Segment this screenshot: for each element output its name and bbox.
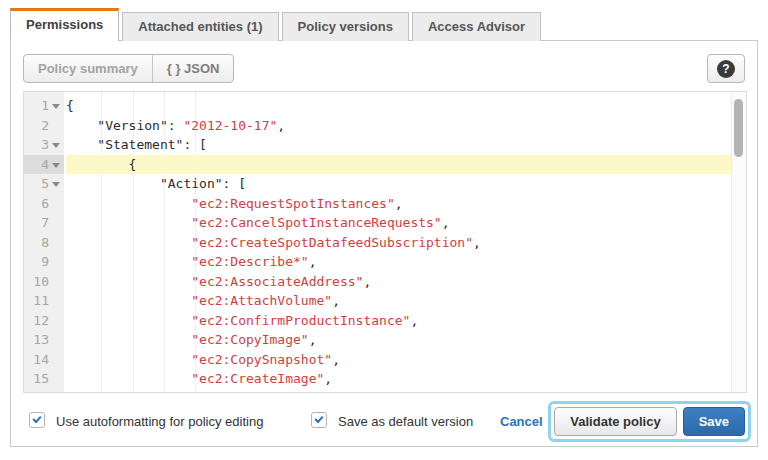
json-view-button[interactable]: { } JSON bbox=[153, 55, 234, 82]
line-number[interactable]: 8 bbox=[24, 233, 64, 253]
code-line[interactable]: "ec2:AttachVolume", bbox=[66, 291, 731, 311]
code-line[interactable]: "ec2:CopySnapshot", bbox=[66, 350, 731, 370]
autoformat-label: Use autoformatting for policy editing bbox=[56, 414, 263, 429]
line-number[interactable]: 13 bbox=[24, 330, 64, 350]
code-line[interactable]: "Statement": [ bbox=[66, 135, 731, 155]
policy-summary-button[interactable]: Policy summary bbox=[24, 55, 153, 82]
line-number[interactable]: 7 bbox=[24, 213, 64, 233]
gutter: 123456789101112131415 bbox=[24, 92, 64, 392]
fold-caret-icon[interactable] bbox=[52, 163, 60, 168]
policy-json-editor[interactable]: 123456789101112131415 { "Version": "2012… bbox=[23, 91, 747, 393]
code-line[interactable]: "ec2:ConfirmProductInstance", bbox=[66, 311, 731, 331]
code-line[interactable]: "ec2:AssociateAddress", bbox=[66, 272, 731, 292]
action-buttons-highlight: Validate policy Save bbox=[548, 401, 751, 442]
code-area[interactable]: { "Version": "2012-10-17", "Statement": … bbox=[66, 92, 731, 392]
line-number[interactable]: 4 bbox=[24, 155, 64, 175]
tab-bar: Permissions Attached entities (1) Policy… bbox=[10, 8, 544, 41]
code-line[interactable]: "ec2:CreateSpotDatafeedSubscription", bbox=[66, 233, 731, 253]
line-number[interactable]: 9 bbox=[24, 252, 64, 272]
tab-attached-entities[interactable]: Attached entities (1) bbox=[122, 12, 278, 41]
tab-policy-versions[interactable]: Policy versions bbox=[282, 12, 409, 41]
fold-caret-icon[interactable] bbox=[52, 104, 60, 109]
code-line[interactable]: "ec2:CreateImage", bbox=[66, 369, 731, 389]
tab-access-advisor[interactable]: Access Advisor bbox=[412, 12, 541, 41]
line-number[interactable]: 12 bbox=[24, 311, 64, 331]
code-line[interactable]: "ec2:CopyImage", bbox=[66, 330, 731, 350]
save-button[interactable]: Save bbox=[683, 407, 745, 436]
line-number[interactable]: 1 bbox=[24, 96, 64, 116]
line-number[interactable]: 14 bbox=[24, 350, 64, 370]
question-mark-icon: ? bbox=[717, 60, 735, 78]
code-line[interactable]: "ec2:CancelSpotInstanceRequests", bbox=[66, 213, 731, 233]
code-line[interactable]: { bbox=[66, 96, 731, 116]
view-toggle-group: Policy summary { } JSON bbox=[23, 54, 234, 83]
cancel-link[interactable]: Cancel bbox=[500, 414, 543, 429]
code-line[interactable]: "Version": "2012-10-17", bbox=[66, 116, 731, 136]
policy-editor-screen: Permissions Attached entities (1) Policy… bbox=[0, 0, 768, 460]
line-number[interactable]: 10 bbox=[24, 272, 64, 292]
line-number[interactable]: 5 bbox=[24, 174, 64, 194]
line-number[interactable]: 3 bbox=[24, 135, 64, 155]
scrollbar-thumb[interactable] bbox=[734, 99, 743, 157]
fold-caret-icon[interactable] bbox=[52, 143, 60, 148]
code-line[interactable]: "ec2:Describe*", bbox=[66, 252, 731, 272]
autoformat-checkbox[interactable] bbox=[29, 412, 45, 428]
line-number[interactable]: 2 bbox=[24, 116, 64, 136]
editor-scrollbar[interactable] bbox=[731, 92, 746, 392]
line-number[interactable]: 11 bbox=[24, 291, 64, 311]
check-icon bbox=[32, 414, 41, 423]
default-version-checkbox[interactable] bbox=[311, 412, 327, 428]
line-number[interactable]: 6 bbox=[24, 194, 64, 214]
code-line[interactable]: { bbox=[66, 155, 731, 175]
validate-policy-button[interactable]: Validate policy bbox=[554, 407, 676, 436]
help-button[interactable]: ? bbox=[707, 54, 745, 83]
code-lines: { "Version": "2012-10-17", "Statement": … bbox=[66, 96, 731, 389]
fold-caret-icon[interactable] bbox=[52, 182, 60, 187]
default-version-label: Save as default version bbox=[338, 414, 473, 429]
code-line[interactable]: "Action": [ bbox=[66, 174, 731, 194]
permissions-panel: Policy summary { } JSON ? 12345678910111… bbox=[10, 40, 758, 447]
check-icon bbox=[314, 414, 323, 423]
line-number[interactable]: 15 bbox=[24, 369, 64, 389]
tab-permissions[interactable]: Permissions bbox=[10, 8, 119, 41]
code-line[interactable]: "ec2:RequestSpotInstances", bbox=[66, 194, 731, 214]
